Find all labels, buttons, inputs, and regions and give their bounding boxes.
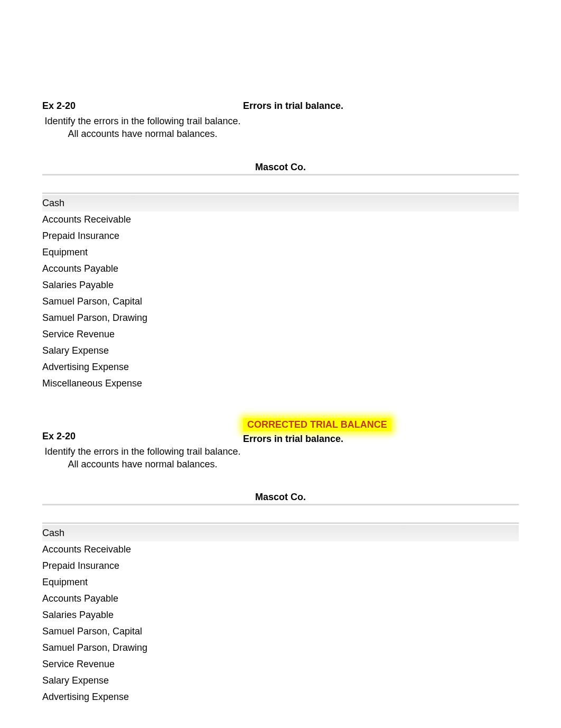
company-name-row: Mascot Co. xyxy=(42,492,519,505)
account-row: Equipment xyxy=(42,244,519,261)
section-original: Ex 2-20 Identify the errors in the follo… xyxy=(42,100,519,392)
account-row: Accounts Payable xyxy=(42,591,519,607)
account-list: Cash Accounts Receivable Prepaid Insuran… xyxy=(42,195,519,392)
account-row: Samuel Parson, Capital xyxy=(42,623,519,640)
exercise-label: Ex 2-20 xyxy=(42,431,243,442)
account-row: Salary Expense xyxy=(42,343,519,359)
errors-title: Errors in trial balance. xyxy=(243,100,519,112)
accounts-divider xyxy=(42,192,519,194)
accounts-divider xyxy=(42,522,519,524)
account-row: Samuel Parson, Capital xyxy=(42,293,519,310)
instruction-text: Identify the errors in the following tra… xyxy=(42,445,243,471)
account-row: Miscellaneous Expense xyxy=(42,375,519,392)
banner-spacer xyxy=(42,418,243,431)
corrected-banner: CORRECTED TRIAL BALANCE xyxy=(243,418,391,431)
account-row: Samuel Parson, Drawing xyxy=(42,310,519,326)
account-row: Service Revenue xyxy=(42,656,519,672)
header-left: Ex 2-20 Identify the errors in the follo… xyxy=(42,418,243,471)
account-row: Accounts Payable xyxy=(42,261,519,277)
account-row: Salaries Payable xyxy=(42,607,519,623)
account-row: Equipment xyxy=(42,574,519,591)
errors-title: Errors in trial balance. xyxy=(243,434,519,445)
account-row: Prepaid Insurance xyxy=(42,558,519,574)
account-row: Service Revenue xyxy=(42,326,519,343)
section-corrected: Ex 2-20 Identify the errors in the follo… xyxy=(42,418,519,706)
account-list: Cash Accounts Receivable Prepaid Insuran… xyxy=(42,525,519,705)
account-row: Prepaid Insurance xyxy=(42,228,519,244)
account-row: Cash xyxy=(42,525,519,541)
account-row: Advertising Expense xyxy=(42,359,519,375)
company-name-row: Mascot Co. xyxy=(42,162,519,176)
account-row: Salaries Payable xyxy=(42,277,519,293)
instruction-text: Identify the errors in the following tra… xyxy=(42,115,243,141)
account-row: Accounts Receivable xyxy=(42,211,519,228)
account-row: Accounts Receivable xyxy=(42,541,519,558)
spacer-row xyxy=(42,176,519,192)
spacer-row xyxy=(42,505,519,522)
account-row: Salary Expense xyxy=(42,672,519,689)
account-row: Advertising Expense xyxy=(42,689,519,705)
account-row: Cash xyxy=(42,195,519,211)
exercise-label: Ex 2-20 xyxy=(42,100,243,112)
header-right: CORRECTED TRIAL BALANCE Errors in trial … xyxy=(243,418,519,445)
account-row: Samuel Parson, Drawing xyxy=(42,640,519,656)
header-row: Ex 2-20 Identify the errors in the follo… xyxy=(42,100,519,141)
header-row: Ex 2-20 Identify the errors in the follo… xyxy=(42,418,519,471)
header-right: Errors in trial balance. xyxy=(243,100,519,112)
corrected-banner-wrap: CORRECTED TRIAL BALANCE xyxy=(243,418,519,434)
header-left: Ex 2-20 Identify the errors in the follo… xyxy=(42,100,243,141)
